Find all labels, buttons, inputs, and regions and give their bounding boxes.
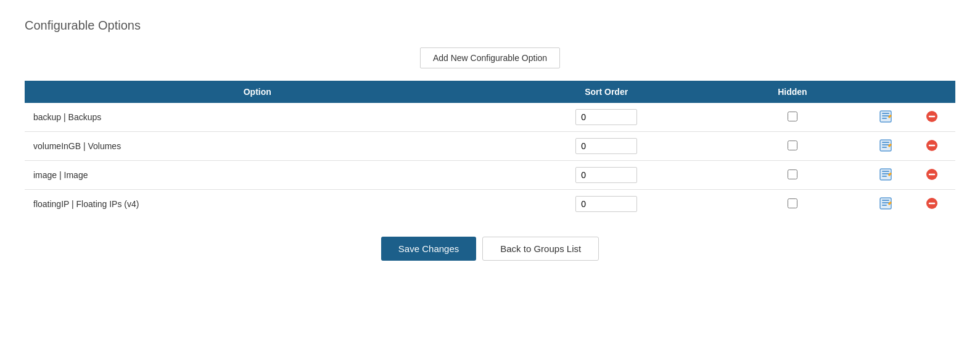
configurable-options-table: Option Sort Order Hidden backup | Backup… xyxy=(25,81,955,218)
hidden-cell xyxy=(723,103,862,132)
svg-rect-12 xyxy=(882,144,889,145)
hidden-checkbox[interactable] xyxy=(788,169,797,179)
sort-order-input[interactable] xyxy=(575,196,637,212)
hidden-checkbox[interactable] xyxy=(788,141,797,150)
svg-rect-20 xyxy=(882,171,889,172)
edit-cell xyxy=(862,103,908,132)
svg-rect-29 xyxy=(882,200,889,201)
col-header-option: Option xyxy=(25,81,490,103)
sort-order-cell xyxy=(490,190,723,219)
svg-rect-30 xyxy=(882,202,889,203)
table-row: volumeInGB | Volumes xyxy=(25,132,955,161)
svg-rect-11 xyxy=(882,142,889,143)
delete-cell xyxy=(909,161,955,190)
back-to-groups-button[interactable]: Back to Groups List xyxy=(482,237,599,261)
col-header-sort-order: Sort Order xyxy=(490,81,723,103)
hidden-cell xyxy=(723,190,862,219)
table-row: backup | Backups xyxy=(25,103,955,132)
svg-rect-21 xyxy=(882,173,889,174)
edit-icon[interactable] xyxy=(879,110,892,123)
option-label: volumeInGB | Volumes xyxy=(25,132,490,161)
table-row: floatingIP | Floating IPs (v4) xyxy=(25,190,955,219)
sort-order-input[interactable] xyxy=(575,109,637,125)
svg-rect-4 xyxy=(882,118,887,119)
sort-order-input[interactable] xyxy=(575,167,637,183)
col-header-delete xyxy=(909,81,955,103)
edit-icon[interactable] xyxy=(879,139,892,152)
option-label: floatingIP | Floating IPs (v4) xyxy=(25,190,490,219)
delete-icon[interactable] xyxy=(925,110,939,123)
svg-rect-13 xyxy=(882,147,887,148)
add-configurable-option-button[interactable]: Add New Configurable Option xyxy=(420,47,560,68)
delete-cell xyxy=(909,103,955,132)
edit-icon[interactable] xyxy=(879,197,892,210)
option-label: image | Image xyxy=(25,161,490,190)
hidden-cell xyxy=(723,132,862,161)
col-header-hidden: Hidden xyxy=(723,81,862,103)
save-changes-button[interactable]: Save Changes xyxy=(381,237,476,261)
svg-rect-22 xyxy=(882,176,887,177)
svg-rect-2 xyxy=(882,113,889,114)
svg-rect-31 xyxy=(882,205,887,206)
edit-icon[interactable] xyxy=(879,168,892,181)
hidden-checkbox[interactable] xyxy=(788,112,797,121)
sort-order-cell xyxy=(490,132,723,161)
option-label: backup | Backups xyxy=(25,103,490,132)
sort-order-input[interactable] xyxy=(575,138,637,154)
edit-cell xyxy=(862,132,908,161)
hidden-cell xyxy=(723,161,862,190)
hidden-checkbox[interactable] xyxy=(788,198,797,208)
delete-icon[interactable] xyxy=(925,168,939,181)
edit-cell xyxy=(862,190,908,219)
delete-cell xyxy=(909,190,955,219)
sort-order-cell xyxy=(490,161,723,190)
sort-order-cell xyxy=(490,103,723,132)
table-row: image | Image xyxy=(25,161,955,190)
delete-icon[interactable] xyxy=(925,197,939,210)
col-header-edit xyxy=(862,81,908,103)
delete-icon[interactable] xyxy=(925,139,939,152)
delete-cell xyxy=(909,132,955,161)
page-title: Configurable Options xyxy=(25,18,955,33)
edit-cell xyxy=(862,161,908,190)
svg-rect-3 xyxy=(882,115,889,116)
